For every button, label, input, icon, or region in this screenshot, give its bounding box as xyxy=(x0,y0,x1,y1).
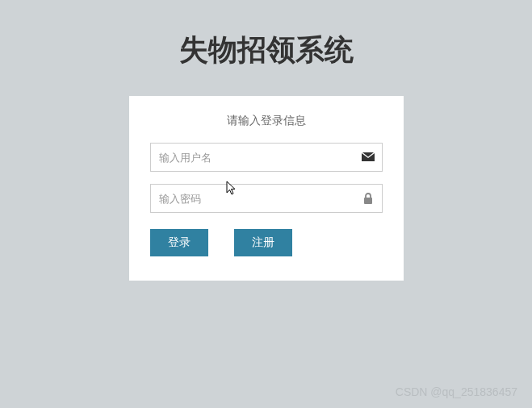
register-button[interactable]: 注册 xyxy=(234,229,292,256)
envelope-icon xyxy=(362,151,375,164)
username-wrapper xyxy=(150,143,383,172)
button-row: 登录 注册 xyxy=(150,229,383,256)
login-button[interactable]: 登录 xyxy=(150,229,208,256)
login-panel: 请输入登录信息 登录 注册 xyxy=(129,96,404,281)
svg-rect-0 xyxy=(364,198,372,204)
username-input[interactable] xyxy=(150,143,383,172)
page-title: 失物招领系统 xyxy=(179,31,354,70)
login-container: 失物招领系统 请输入登录信息 登录 注册 xyxy=(0,0,532,281)
watermark: CSDN @qq_251836457 xyxy=(396,385,517,398)
panel-subtitle: 请输入登录信息 xyxy=(150,114,383,128)
password-input[interactable] xyxy=(150,184,383,213)
lock-icon xyxy=(362,192,375,205)
password-wrapper xyxy=(150,184,383,213)
